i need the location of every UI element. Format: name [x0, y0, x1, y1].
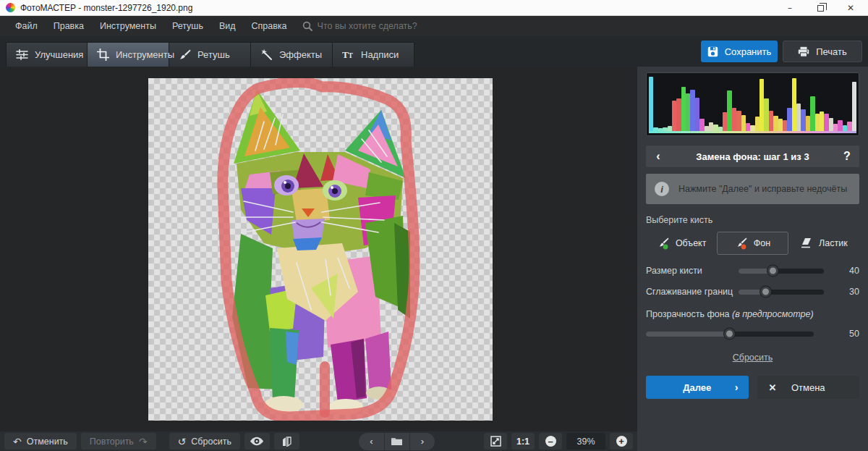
reset-icon: ↺ — [178, 437, 187, 447]
sliders-icon — [16, 49, 28, 61]
menu-edit[interactable]: Правка — [46, 16, 92, 36]
object-brush-label: Объект — [676, 238, 707, 248]
save-icon — [707, 46, 718, 57]
slider-knob[interactable] — [760, 287, 771, 298]
next-button[interactable]: Далее › — [646, 376, 749, 399]
object-brush-button[interactable]: Объект — [646, 232, 717, 255]
cat-artwork — [148, 78, 493, 421]
info-text: Нажмите "Далее" и исправьте недочёты — [678, 184, 847, 194]
prev-image-button[interactable]: ‹ — [359, 433, 384, 450]
bg-opacity-slider[interactable] — [646, 332, 814, 337]
crop-icon — [97, 49, 109, 61]
undo-button[interactable]: ↶ Отменить — [4, 433, 77, 450]
next-label: Далее — [683, 382, 711, 393]
tab-label: Ретушь — [197, 49, 230, 60]
brush-size-value: 40 — [841, 266, 859, 276]
actual-size-button[interactable]: 1:1 — [511, 433, 535, 450]
tab-label: Надписи — [361, 49, 399, 60]
tab-label: Эффекты — [279, 49, 322, 60]
print-button[interactable]: Печать — [783, 41, 862, 62]
slider-knob[interactable] — [724, 329, 735, 340]
redo-button[interactable]: Повторить ↷ — [81, 433, 156, 450]
bottom-toolbar: ↶ Отменить Повторить ↷ ↺ Сбросить — [0, 431, 637, 451]
histogram — [646, 72, 859, 136]
cancel-x-icon: ✕ — [769, 382, 777, 393]
save-label: Сохранить — [725, 46, 772, 57]
expand-icon — [490, 436, 501, 447]
svg-text:T: T — [349, 52, 354, 59]
edge-smoothing-value: 30 — [841, 287, 859, 297]
edge-smoothing-label: Сглаживание границ — [646, 287, 739, 297]
menu-retouch[interactable]: Ретушь — [164, 16, 211, 36]
folder-icon — [391, 437, 403, 446]
zoom-out-button[interactable]: – — [539, 433, 562, 450]
background-brush-label: Фон — [754, 238, 770, 248]
menu-help[interactable]: Справка — [244, 16, 295, 36]
reset-sliders-link[interactable]: Сбросить — [733, 353, 773, 363]
cancel-button[interactable]: ✕ Отмена — [757, 376, 860, 399]
open-folder-button[interactable] — [384, 433, 409, 450]
magic-wand-icon — [260, 49, 273, 61]
cancel-label: Отмена — [791, 382, 825, 393]
search-icon — [302, 21, 312, 31]
eye-icon — [250, 437, 264, 446]
tab-enhancements[interactable]: Улучшения — [6, 42, 88, 67]
editor-canvas — [0, 67, 637, 431]
tab-effects[interactable]: Эффекты — [251, 42, 333, 67]
eraser-button[interactable]: Ластик — [788, 232, 859, 255]
eraser-label: Ластик — [819, 238, 848, 248]
file-navigator: ‹ › — [359, 433, 435, 450]
reset-label: Сбросить — [191, 437, 231, 447]
menu-tools[interactable]: Инструменты — [92, 16, 164, 36]
title-bar: ФотоМАСТЕР - monster-1297726_1920.png – … — [0, 0, 868, 16]
edge-smoothing-row: Сглаживание границ 30 — [646, 287, 859, 297]
redo-label: Повторить — [90, 437, 134, 447]
right-panel: ‹ Замена фона: шаг 1 из 3 ? i Нажмите "Д… — [637, 67, 868, 451]
app-logo-icon — [6, 3, 15, 12]
info-icon: i — [655, 182, 669, 196]
object-brush-icon — [657, 237, 670, 250]
close-button[interactable]: ✕ — [845, 3, 856, 13]
eraser-icon — [800, 237, 813, 249]
zoom-in-button[interactable]: + — [610, 433, 633, 450]
step-header: ‹ Замена фона: шаг 1 из 3 ? — [646, 146, 859, 167]
main-tab-bar: Улучшения Инструменты Ретушь — [0, 36, 868, 67]
minus-icon: – — [545, 436, 556, 447]
slider-knob[interactable] — [767, 266, 778, 277]
tab-tools[interactable]: Инструменты — [88, 42, 169, 67]
restore-button[interactable] — [814, 3, 826, 13]
show-original-button[interactable] — [244, 433, 270, 450]
bg-opacity-row: 50 — [646, 329, 859, 339]
redo-icon: ↷ — [139, 437, 148, 447]
slider-fill — [646, 332, 730, 337]
brush-size-row: Размер кисти 40 — [646, 266, 859, 276]
zoom-level[interactable]: 39% — [566, 433, 605, 450]
histogram-bars — [649, 75, 856, 131]
bg-opacity-label-row: Прозрачность фона (в предпросмотре) — [646, 309, 859, 319]
minimize-button[interactable]: – — [784, 3, 796, 13]
tab-captions[interactable]: T T Надписи — [333, 42, 414, 67]
reset-edits-button[interactable]: ↺ Сбросить — [169, 433, 240, 450]
brush-selector: Объект Фон Ластик — [646, 232, 859, 255]
bg-opacity-label: Прозрачность фона — [646, 309, 730, 319]
undo-icon: ↶ — [13, 437, 22, 447]
tab-retouch[interactable]: Ретушь — [169, 42, 251, 67]
tab-label: Инструменты — [116, 49, 174, 60]
next-image-button[interactable]: › — [409, 433, 435, 450]
save-button[interactable]: Сохранить — [701, 41, 778, 62]
image-stage[interactable] — [148, 78, 493, 421]
plus-icon: + — [616, 436, 627, 447]
fit-to-screen-button[interactable] — [484, 433, 507, 450]
undo-label: Отменить — [27, 437, 68, 447]
menu-bar: Файл Правка Инструменты Ретушь Вид Справ… — [0, 16, 868, 36]
menu-view[interactable]: Вид — [211, 16, 244, 36]
back-chevron-button[interactable]: ‹ — [646, 150, 671, 163]
background-brush-button[interactable]: Фон — [717, 232, 788, 255]
before-after-button[interactable] — [274, 433, 299, 450]
text-icon: T T — [342, 49, 354, 61]
menu-file[interactable]: Файл — [7, 16, 46, 36]
edge-smoothing-slider[interactable] — [739, 290, 824, 295]
help-button[interactable]: ? — [835, 150, 859, 163]
search-input[interactable]: Что вы хотите сделать? — [302, 21, 417, 31]
brush-size-slider[interactable] — [739, 269, 824, 274]
